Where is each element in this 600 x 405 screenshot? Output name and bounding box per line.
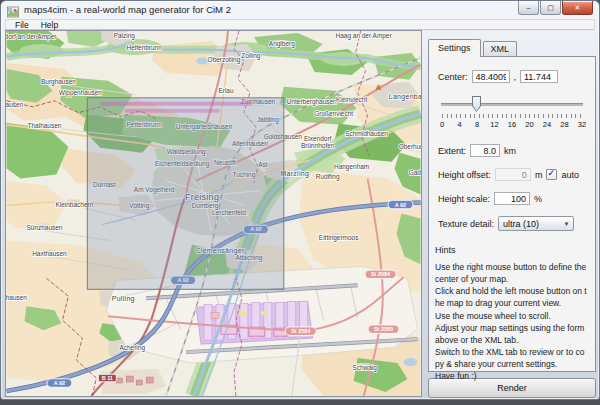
map-label: Haxthausen bbox=[32, 250, 67, 257]
settings-panel: Settings XML Center: , 048121620242832 E… bbox=[425, 30, 597, 400]
extent-unit: km bbox=[504, 146, 516, 156]
svg-text:A 92: A 92 bbox=[54, 380, 65, 386]
minimize-button[interactable]: – bbox=[518, 1, 539, 15]
settings-tab-panel: Center: , 048121620242832 Extent: km Hei… bbox=[428, 56, 596, 372]
app-icon bbox=[7, 4, 19, 16]
svg-text:B 11: B 11 bbox=[102, 375, 113, 381]
map-selection-rectangle[interactable] bbox=[87, 98, 283, 289]
road-shield: A 92 bbox=[388, 200, 413, 208]
map-label: Unterberghausen bbox=[287, 98, 337, 106]
selection-watermark bbox=[124, 109, 220, 113]
map-label: Burghausen bbox=[41, 78, 76, 86]
map-label: nhausen bbox=[6, 294, 27, 301]
texture-detail-label: Texture detail: bbox=[438, 219, 494, 229]
road-shield: B 11 bbox=[98, 374, 116, 381]
map-label: Zolling bbox=[241, 52, 260, 60]
map-label: hausen bbox=[6, 101, 24, 108]
slider-tick-label: 20 bbox=[525, 120, 533, 129]
map-label: Palzing bbox=[114, 32, 136, 40]
height-offset-label: Height offset: bbox=[438, 170, 491, 180]
map-label: Marzling bbox=[280, 170, 309, 178]
slider-tick-label: 28 bbox=[560, 120, 568, 129]
extent-slider[interactable]: 048121620242832 bbox=[440, 95, 584, 133]
pond bbox=[403, 358, 417, 366]
slider-thumb[interactable] bbox=[472, 96, 481, 112]
slider-tick-label: 16 bbox=[508, 120, 516, 129]
slider-ticks bbox=[442, 114, 583, 118]
height-scale-label: Height scale: bbox=[438, 194, 490, 204]
map-label: Rudlfing bbox=[316, 173, 340, 181]
title-bar: maps4cim - a real-world map generator fo… bbox=[1, 1, 599, 19]
slider-tick-label: 12 bbox=[490, 120, 498, 129]
menu-item-file[interactable]: File bbox=[10, 20, 34, 30]
slider-tick-label: 32 bbox=[578, 120, 586, 129]
map-label: Achering bbox=[119, 344, 145, 352]
slider-tick-label: 24 bbox=[543, 120, 551, 129]
slider-tick-label: 0 bbox=[440, 120, 444, 129]
tab-xml[interactable]: XML bbox=[483, 41, 518, 56]
map-label: dorf an der Amper bbox=[6, 33, 57, 41]
maximize-icon: ▢ bbox=[547, 4, 554, 12]
map-label: Thalhausen bbox=[28, 122, 62, 129]
map-canvas[interactable]: dorf an der AmperPalzingHelfenbrunnHaag … bbox=[6, 31, 421, 396]
map-selection bbox=[87, 98, 283, 289]
center-lat-input[interactable] bbox=[472, 70, 510, 83]
center-lon-input[interactable] bbox=[520, 70, 558, 83]
close-button[interactable]: ✕ bbox=[562, 1, 593, 15]
height-offset-input bbox=[495, 168, 531, 181]
window-title: maps4cim - a real-world map generator fo… bbox=[24, 4, 231, 15]
map-label: Gaden bbox=[409, 169, 421, 176]
minimize-icon: – bbox=[527, 4, 531, 11]
map-label: Oberzolling bbox=[208, 56, 241, 64]
road-shield: St 2580 bbox=[368, 325, 399, 333]
auto-checkbox[interactable] bbox=[546, 169, 557, 180]
map-label: Sünzhausen bbox=[26, 224, 62, 231]
hints-title: Hints bbox=[435, 245, 586, 255]
map-label: Oberhummel bbox=[399, 143, 421, 150]
texture-detail-value: ultra (10) bbox=[499, 219, 560, 229]
app-window: maps4cim - a real-world map generator fo… bbox=[0, 0, 600, 400]
road-shield: St 2084 bbox=[365, 270, 396, 278]
map-view[interactable]: dorf an der AmperPalzingHelfenbrunnHaag … bbox=[5, 30, 422, 397]
map-label: Anglberg bbox=[269, 40, 295, 48]
map-label: Langenbach bbox=[389, 93, 421, 101]
close-icon: ✕ bbox=[575, 4, 581, 12]
map-label: Helfenbrunn bbox=[127, 44, 163, 51]
map-label: Eixendorf bbox=[304, 135, 332, 142]
road-shield: A 92 bbox=[47, 379, 72, 387]
maximize-button[interactable]: ▢ bbox=[540, 1, 561, 15]
map-label: Haag an der Amper bbox=[336, 32, 393, 40]
hints-text: Use the right mouse button to define the… bbox=[435, 261, 588, 382]
chevron-down-icon: ▼ bbox=[560, 221, 573, 227]
slider-tick-labels: 048121620242832 bbox=[442, 120, 582, 131]
extent-input[interactable] bbox=[470, 144, 500, 157]
slider-tick-label: 4 bbox=[457, 120, 461, 129]
selection-watermark bbox=[100, 102, 252, 106]
height-scale-input[interactable] bbox=[494, 192, 530, 205]
map-label: Kleinviecht bbox=[336, 96, 367, 103]
center-label: Center: bbox=[438, 72, 468, 82]
slider-tick-label: 8 bbox=[475, 120, 479, 129]
map-label: Großenviecht bbox=[314, 110, 353, 117]
road-shield: St 2584 bbox=[285, 327, 316, 335]
menu-item-help[interactable]: Help bbox=[36, 20, 63, 30]
svg-text:St 2584: St 2584 bbox=[291, 328, 311, 334]
height-offset-unit: m bbox=[535, 170, 543, 180]
svg-text:St 2580: St 2580 bbox=[374, 326, 393, 332]
slider-track[interactable] bbox=[441, 103, 583, 106]
svg-text:St 2084: St 2084 bbox=[371, 271, 391, 277]
map-label: Schwaig bbox=[352, 364, 377, 372]
map-label: Hangenham bbox=[334, 163, 369, 171]
height-scale-unit: % bbox=[534, 194, 542, 204]
extent-label: Extent: bbox=[438, 146, 466, 156]
pond bbox=[196, 57, 208, 64]
map-label: Eittingermoos bbox=[319, 234, 359, 242]
texture-detail-select[interactable]: ultra (10) ▼ bbox=[498, 216, 574, 231]
menu-bar: FileHelp bbox=[5, 19, 595, 30]
tab-bar: Settings XML bbox=[425, 30, 597, 56]
map-label: Pulling bbox=[112, 295, 135, 303]
tab-settings[interactable]: Settings bbox=[428, 39, 481, 57]
svg-text:A 92: A 92 bbox=[395, 202, 406, 208]
map-label: Brünnhofen bbox=[301, 142, 335, 149]
map-label: Wippenhausen bbox=[59, 89, 103, 97]
